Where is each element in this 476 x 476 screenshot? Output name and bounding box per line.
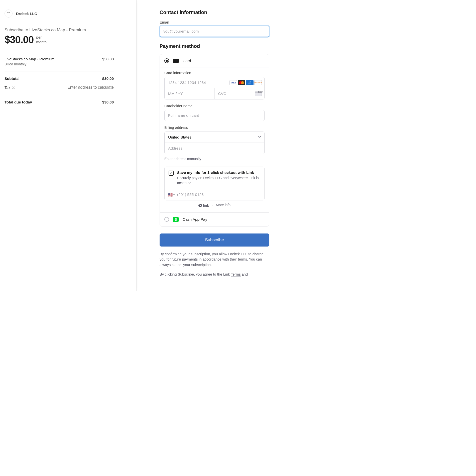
cvc-icon — [255, 91, 262, 96]
link-footer: ➤link · More info — [164, 203, 265, 207]
discover-icon: DISCOVER — [254, 80, 262, 85]
email-label: Email — [160, 20, 269, 24]
svg-rect-2 — [173, 59, 179, 63]
card-form: Card information VISA AMEX DISCOVER — [160, 67, 269, 212]
payment-methods: Card Card information VISA AMEX DISCOVER — [160, 54, 269, 226]
merchant-name: Dreltek LLC — [16, 12, 37, 16]
card-icon — [173, 59, 179, 63]
legal-text-2: By clicking Subscribe, you agree to the … — [160, 272, 269, 277]
line-item-amount: $30.00 — [102, 57, 114, 61]
payment-heading: Payment method — [160, 43, 269, 49]
phone-input[interactable] — [177, 192, 261, 197]
billing-address-label: Billing address — [164, 126, 265, 130]
phone-country-select[interactable]: 🇺🇸▾ — [168, 192, 175, 197]
total-label: Total due today — [5, 100, 32, 104]
visa-icon: VISA — [229, 80, 237, 85]
enter-address-manually-link[interactable]: Enter address manually — [164, 157, 201, 161]
cashapp-icon: $ — [173, 217, 179, 222]
terms-link[interactable]: Terms — [231, 272, 241, 277]
country-value: United States — [168, 135, 191, 140]
line-item-name: LiveStacks.co Map - Premium — [5, 57, 54, 61]
line-item-subtext: Billed monthly — [5, 62, 114, 66]
save-info-title: Save my info for 1-click checkout with L… — [177, 170, 260, 175]
merchant-logo-icon — [5, 10, 13, 18]
email-input[interactable] — [160, 26, 269, 37]
card-number-input[interactable] — [168, 77, 229, 88]
radio-selected-icon — [164, 58, 169, 63]
address-input[interactable] — [165, 143, 264, 154]
link-logo-icon: ➤link — [198, 203, 209, 207]
chevron-down-icon — [258, 135, 261, 140]
legal-text-1: By confirming your subscription, you all… — [160, 252, 269, 268]
order-summary-panel: Dreltek LLC Subscribe to LiveStacks.co M… — [0, 0, 137, 291]
merchant-header: Dreltek LLC — [5, 10, 114, 18]
checkout-form-panel: Contact information Email Payment method… — [137, 0, 274, 291]
tax-label: Tax i — [5, 85, 15, 90]
price-amount: $30.00 — [5, 34, 34, 45]
card-brand-icons: VISA AMEX DISCOVER — [229, 80, 262, 85]
link-save-box: ✓ Save my info for 1-click checkout with… — [164, 167, 265, 200]
payment-option-card[interactable]: Card — [160, 54, 269, 67]
payment-option-cashapp-label: Cash App Pay — [183, 217, 207, 222]
info-icon[interactable]: i — [12, 86, 15, 89]
check-icon: ✓ — [170, 171, 173, 175]
card-expiry-input[interactable] — [165, 88, 214, 99]
mastercard-icon — [238, 80, 245, 85]
subscribe-product-line: Subscribe to LiveStacks.co Map - Premium — [5, 28, 114, 33]
cardholder-name-input[interactable] — [164, 110, 265, 121]
divider — [5, 95, 114, 95]
tax-value: Enter address to calculate — [67, 85, 114, 90]
total-value: $30.00 — [102, 100, 114, 104]
svg-rect-3 — [173, 60, 179, 60]
link-more-info[interactable]: More info — [216, 203, 230, 207]
price-frequency: per month — [36, 34, 47, 45]
contact-heading: Contact information — [160, 10, 269, 15]
subscribe-button[interactable]: Subscribe — [160, 233, 269, 247]
save-info-checkbox[interactable]: ✓ — [169, 171, 174, 176]
cardholder-label: Cardholder name — [164, 104, 265, 108]
divider — [5, 71, 114, 71]
svg-rect-0 — [7, 13, 10, 15]
svg-rect-1 — [8, 12, 10, 13]
card-info-label: Card information — [164, 71, 265, 75]
payment-option-cashapp[interactable]: $ Cash App Pay — [160, 212, 269, 226]
subtotal-label: Subtotal — [5, 76, 20, 81]
radio-unselected-icon — [164, 217, 169, 222]
save-info-description: Securely pay on Dreltek LLC and everywhe… — [177, 176, 260, 185]
subtotal-value: $30.00 — [102, 76, 114, 81]
amex-icon: AMEX — [246, 80, 254, 85]
country-select[interactable]: United States — [165, 132, 264, 143]
payment-option-card-label: Card — [183, 59, 191, 63]
